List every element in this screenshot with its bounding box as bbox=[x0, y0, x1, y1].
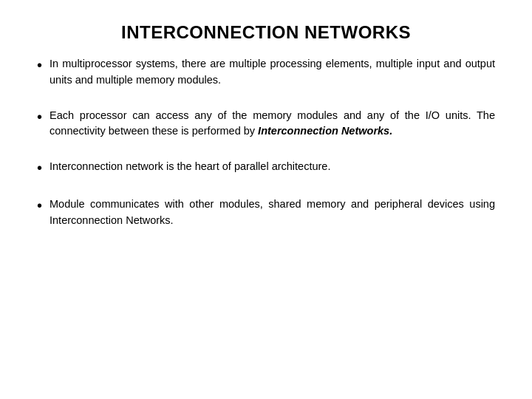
bullet-text-4: Module communicates with other modules, … bbox=[50, 197, 495, 229]
bullet-dot-4: • bbox=[37, 196, 42, 215]
bullet-list: • In multiprocessor systems, there are m… bbox=[37, 56, 495, 229]
bullet-item-3: • Interconnection network is the heart o… bbox=[37, 159, 495, 177]
interconnection-networks-bold: Interconnection Networks. bbox=[258, 125, 392, 137]
spacer-1 bbox=[37, 96, 495, 100]
slide-title: INTERCONNECTION NETWORKS bbox=[37, 22, 495, 43]
spacer-3 bbox=[37, 185, 495, 189]
bullet-item-4: • Module communicates with other modules… bbox=[37, 197, 495, 229]
bullet-dot-1: • bbox=[37, 55, 42, 75]
bullet-item-2: • Each processor can access any of the m… bbox=[37, 108, 495, 140]
bullet-text-1: In multiprocessor systems, there are mul… bbox=[50, 56, 495, 89]
bullet-text-3: Interconnection network is the heart of … bbox=[50, 159, 495, 175]
slide: INTERCONNECTION NETWORKS • In multiproce… bbox=[0, 0, 532, 399]
bullet-text-2: Each processor can access any of the mem… bbox=[50, 108, 495, 140]
bullet-dot-3: • bbox=[37, 158, 42, 177]
spacer-2 bbox=[37, 147, 495, 151]
bullet-dot-2: • bbox=[37, 107, 42, 126]
bullet-item-1: • In multiprocessor systems, there are m… bbox=[37, 56, 495, 89]
